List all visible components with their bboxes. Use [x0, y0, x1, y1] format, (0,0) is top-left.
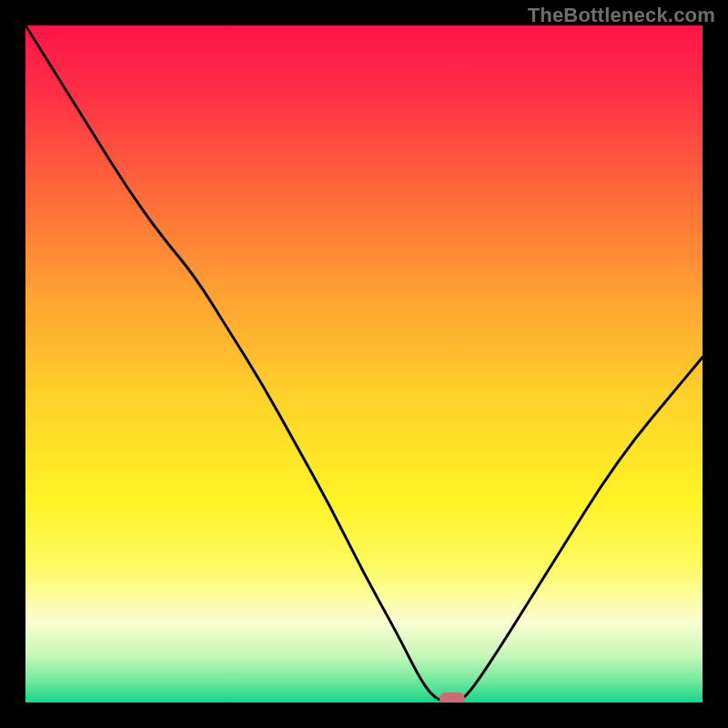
optimal-marker — [440, 693, 465, 703]
chart-svg — [25, 25, 703, 703]
plot-area — [25, 25, 703, 703]
watermark-text: TheBottleneck.com — [528, 4, 715, 27]
chart-background — [25, 25, 703, 703]
